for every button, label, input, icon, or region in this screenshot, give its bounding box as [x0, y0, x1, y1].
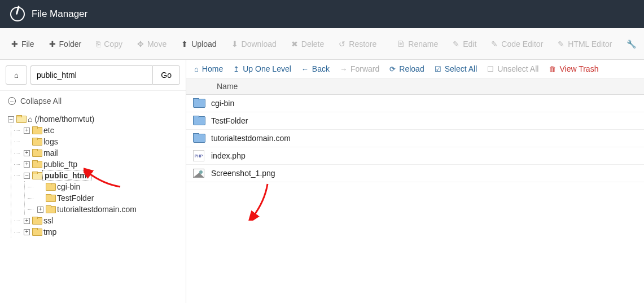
app-header: File Manager: [0, 0, 644, 28]
go-button[interactable]: Go: [152, 65, 180, 85]
image-file-icon: [193, 169, 204, 178]
expander-icon[interactable]: +: [24, 218, 30, 224]
app-title: File Manager: [32, 8, 87, 20]
uncheck-icon: ☐: [487, 65, 494, 73]
folder-icon: [32, 150, 41, 157]
tree-item-tutorialtestdomain[interactable]: +tutorialtestdomain.com: [35, 204, 180, 215]
view-trash-link[interactable]: 🗑View Trash: [549, 64, 598, 73]
tree-item-logs[interactable]: logs: [21, 136, 180, 147]
pencil-icon: ✎: [453, 39, 459, 49]
table-row[interactable]: tutorialtestdomain.com: [186, 130, 644, 147]
right-arrow-icon: →: [340, 65, 347, 73]
restore-icon: ↺: [339, 39, 345, 49]
back-link[interactable]: ←Back: [301, 64, 330, 73]
tree-item-cgi-bin[interactable]: cgi-bin: [35, 181, 180, 192]
file-name: TestFolder: [211, 115, 644, 127]
tree-item-testfolder[interactable]: TestFolder: [35, 192, 180, 204]
expander-icon[interactable]: +: [24, 150, 30, 156]
expander-icon[interactable]: –: [24, 173, 30, 179]
tree-item-public-html[interactable]: –public_html: [21, 170, 180, 181]
new-folder-button[interactable]: ✚Folder: [42, 35, 89, 53]
folder-open-icon: [16, 116, 25, 123]
permissions-button[interactable]: 🔧: [620, 35, 643, 53]
rename-button[interactable]: 🖹Rename: [390, 35, 445, 53]
tree-item-mail[interactable]: +mail: [21, 147, 180, 159]
collapse-icon: –: [8, 97, 16, 105]
folder-open-icon: [32, 172, 41, 179]
delete-icon: ✖: [291, 39, 298, 49]
folder-icon: [32, 127, 41, 134]
copy-button[interactable]: ⎘Copy: [89, 35, 129, 53]
folder-icon: [46, 206, 55, 213]
tree-root[interactable]: – ⌂ (/home/thomvtut): [8, 113, 180, 125]
up-one-level-link[interactable]: ↥Up One Level: [233, 64, 291, 73]
restore-button[interactable]: ↺Restore: [332, 35, 383, 53]
home-link[interactable]: ⌂Home: [194, 64, 223, 73]
move-button[interactable]: ✥Move: [130, 35, 173, 53]
home-icon: ⌂: [28, 115, 32, 124]
folder-icon: [193, 134, 204, 143]
download-icon: ⬇: [231, 39, 238, 49]
code-icon: ✎: [491, 39, 498, 49]
key-icon: 🔧: [627, 39, 636, 49]
file-name: Screenshot_1.png: [211, 167, 644, 179]
table-header: Name: [186, 78, 644, 95]
up-arrow-icon: ↥: [233, 65, 239, 73]
forward-link[interactable]: →Forward: [340, 64, 379, 73]
expander-icon[interactable]: +: [24, 128, 30, 134]
actions-bar: ⌂Home ↥Up One Level ←Back →Forward ⟳Relo…: [186, 60, 644, 78]
html-editor-button[interactable]: ✎HTML Editor: [551, 35, 619, 53]
sidebar: ⌂ Go – Collapse All – ⌂ (/home/thomvtut)…: [0, 60, 186, 303]
collapse-all-button[interactable]: – Collapse All: [0, 91, 186, 111]
path-bar: ⌂ Go: [0, 60, 186, 91]
folder-icon: [193, 116, 204, 125]
file-table: Name cgi-binTestFoldertutorialtestdomain…: [186, 78, 644, 303]
home-icon: ⌂: [194, 65, 199, 73]
left-arrow-icon: ←: [301, 65, 309, 73]
code-editor-button[interactable]: ✎Code Editor: [484, 35, 550, 53]
expander-icon[interactable]: +: [24, 229, 30, 235]
file-icon: 🖹: [397, 39, 405, 49]
home-button[interactable]: ⌂: [6, 65, 27, 85]
folder-icon: [193, 99, 204, 108]
folder-icon: [32, 217, 41, 225]
reload-link[interactable]: ⟳Reload: [389, 64, 424, 73]
php-file-icon: PHP: [193, 150, 204, 161]
expander-icon[interactable]: +: [24, 161, 30, 168]
expander-icon[interactable]: +: [37, 207, 43, 213]
copy-icon: ⎘: [96, 39, 100, 49]
table-row[interactable]: Screenshot_1.png: [186, 165, 644, 182]
folder-icon: [32, 138, 41, 146]
select-all-link[interactable]: ☑Select All: [435, 64, 477, 73]
upload-button[interactable]: ⬆Upload: [174, 35, 223, 53]
home-icon: ⌂: [14, 71, 19, 80]
html-icon: ✎: [558, 39, 564, 49]
table-row[interactable]: TestFolder: [186, 112, 644, 130]
tree-item-etc[interactable]: +etc: [21, 125, 180, 136]
folder-icon: [32, 229, 41, 236]
download-button[interactable]: ⬇Download: [225, 35, 283, 53]
tree-item-ssl[interactable]: +ssl: [21, 215, 180, 226]
plus-icon: ✚: [49, 39, 56, 49]
upload-icon: ⬆: [181, 39, 188, 49]
unselect-all-link[interactable]: ☐Unselect All: [487, 64, 538, 73]
folder-icon: [46, 183, 55, 191]
column-name[interactable]: Name: [211, 78, 243, 94]
new-file-button[interactable]: ✚File: [5, 35, 41, 53]
trash-icon: 🗑: [549, 65, 556, 73]
tree-item-public-ftp[interactable]: +public_ftp: [21, 159, 180, 170]
main-panel: ⌂Home ↥Up One Level ←Back →Forward ⟳Relo…: [186, 60, 644, 303]
tree-item-tmp[interactable]: +tmp: [21, 226, 180, 238]
file-name: cgi-bin: [211, 97, 644, 109]
edit-button[interactable]: ✎Edit: [446, 35, 483, 53]
file-name: tutorialtestdomain.com: [211, 132, 644, 144]
delete-button[interactable]: ✖Delete: [284, 35, 331, 53]
path-input[interactable]: [30, 65, 152, 85]
folder-tree: – ⌂ (/home/thomvtut) +etc logs +mail +pu…: [0, 111, 186, 243]
table-row[interactable]: PHPindex.php: [186, 147, 644, 165]
expander-icon[interactable]: –: [8, 116, 14, 122]
table-row[interactable]: cgi-bin: [186, 95, 644, 112]
file-name: index.php: [211, 150, 644, 162]
cpanel-logo-icon: [10, 7, 25, 21]
folder-icon: [32, 161, 41, 168]
